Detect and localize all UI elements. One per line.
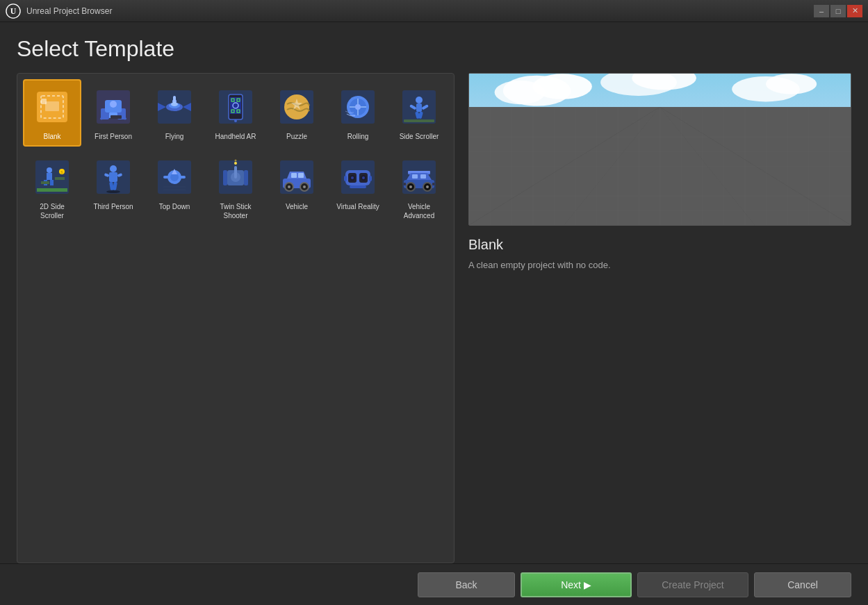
template-icon-2d-side-scroller: $: [30, 155, 74, 199]
svg-rect-83: [291, 173, 297, 178]
svg-rect-97: [344, 176, 347, 181]
template-icon-rolling: [336, 85, 380, 129]
template-icon-side-scroller: [397, 85, 441, 129]
template-item-2d-side-scroller[interactable]: $ 2D Side Scroller: [23, 149, 81, 226]
template-item-flying[interactable]: Flying: [145, 79, 204, 147]
template-grid-container: Blank: [17, 73, 455, 563]
template-label-top-down: Top Down: [159, 202, 190, 211]
template-icon-vehicle: [275, 155, 319, 199]
template-icon-vr: [336, 155, 380, 199]
template-label-handheld-ar: Handheld AR: [215, 132, 256, 141]
svg-point-80: [235, 160, 237, 162]
svg-point-58: [110, 165, 117, 172]
svg-point-119: [766, 74, 817, 94]
close-button[interactable]: ✕: [847, 5, 862, 17]
template-label-flying: Flying: [165, 132, 184, 141]
svg-rect-59: [109, 172, 117, 182]
svg-rect-98: [369, 176, 372, 181]
next-button[interactable]: Next ▶: [521, 572, 632, 597]
template-item-puzzle[interactable]: Puzzle: [268, 79, 326, 147]
template-item-rolling[interactable]: Rolling: [329, 79, 387, 147]
maximize-button[interactable]: □: [830, 5, 846, 17]
template-icon-first-person: [91, 85, 136, 129]
template-label-blank: Blank: [43, 132, 60, 141]
template-label-vr: Virtual Reality: [336, 202, 379, 211]
create-project-button[interactable]: Create Project: [637, 572, 748, 597]
content-area: Blank: [17, 73, 851, 563]
svg-point-79: [234, 162, 237, 165]
template-label-third-person: Third Person: [93, 202, 133, 211]
svg-rect-70: [179, 176, 186, 179]
template-label-first-person: First Person: [95, 132, 132, 141]
svg-rect-46: [404, 119, 434, 122]
template-icon-puzzle: [275, 85, 319, 129]
template-icon-top-down: [152, 155, 197, 199]
svg-rect-41: [416, 103, 422, 112]
preview-panel: Blank A clean empty project with no code…: [468, 73, 851, 563]
svg-text:U: U: [10, 6, 17, 16]
svg-rect-99: [350, 185, 366, 188]
svg-rect-104: [408, 171, 430, 173]
template-item-vehicle[interactable]: Vehicle: [268, 149, 326, 226]
template-item-handheld-ar[interactable]: Handheld AR: [206, 79, 265, 147]
svg-point-20: [171, 102, 178, 106]
svg-rect-84: [298, 173, 304, 178]
template-label-puzzle: Puzzle: [286, 132, 307, 141]
back-button[interactable]: Back: [418, 572, 515, 597]
svg-rect-105: [412, 174, 418, 179]
template-item-twin-stick[interactable]: Twin Stick Shooter: [206, 149, 265, 226]
template-label-rolling: Rolling: [347, 132, 369, 141]
svg-point-38: [355, 104, 361, 110]
title-bar: U Unreal Project Browser – □ ✕: [0, 0, 868, 22]
svg-point-115: [495, 81, 546, 104]
svg-point-10: [110, 101, 117, 108]
cancel-button[interactable]: Cancel: [754, 572, 851, 597]
svg-point-88: [303, 185, 306, 188]
bottom-bar: Back Next ▶ Create Project Cancel: [0, 563, 868, 605]
template-icon-third-person: [91, 155, 136, 199]
window-title: Unreal Project Browser: [26, 6, 112, 16]
template-item-side-scroller[interactable]: Side Scroller: [390, 79, 448, 147]
preview-image: [468, 73, 851, 226]
title-bar-left: U Unreal Project Browser: [6, 3, 112, 19]
template-item-top-down[interactable]: Top Down: [145, 149, 204, 226]
template-icon-handheld-ar: [213, 85, 258, 129]
template-item-blank[interactable]: Blank: [23, 79, 81, 147]
svg-point-48: [47, 167, 52, 173]
template-label-side-scroller: Side Scroller: [400, 132, 439, 141]
preview-title: Blank: [468, 237, 851, 253]
template-item-vr[interactable]: Virtual Reality: [329, 149, 387, 226]
svg-point-29: [234, 119, 237, 122]
svg-rect-12: [110, 115, 122, 119]
svg-rect-52: [37, 188, 67, 192]
ue-logo-icon: U: [6, 3, 21, 19]
template-icon-flying: [152, 85, 197, 129]
template-icon-twin-stick: [213, 155, 258, 199]
template-item-first-person[interactable]: First Person: [84, 79, 142, 147]
minimize-button[interactable]: –: [814, 5, 829, 17]
svg-rect-112: [432, 183, 434, 185]
svg-point-110: [426, 185, 429, 188]
svg-point-87: [288, 185, 290, 188]
svg-rect-106: [420, 174, 426, 179]
svg-rect-78: [244, 170, 248, 185]
svg-rect-49: [47, 173, 52, 180]
template-icon-blank: [30, 85, 74, 129]
template-item-third-person[interactable]: Third Person: [84, 149, 142, 226]
svg-point-40: [416, 97, 423, 103]
template-label-vehicle: Vehicle: [286, 202, 308, 211]
svg-rect-54: [55, 177, 65, 180]
svg-rect-69: [163, 176, 170, 179]
page-title: Select Template: [17, 36, 851, 62]
template-label-vehicle-advanced: Vehicle Advanced: [394, 202, 444, 220]
svg-point-109: [409, 185, 412, 188]
template-label-2d-side-scroller: 2D Side Scroller: [27, 202, 77, 220]
svg-rect-51: [50, 180, 54, 185]
svg-rect-76: [234, 166, 237, 179]
template-label-twin-stick: Twin Stick Shooter: [211, 202, 261, 220]
template-icon-vehicle-advanced: [397, 155, 441, 199]
template-item-vehicle-advanced[interactable]: Vehicle Advanced: [390, 149, 448, 226]
svg-rect-111: [404, 183, 406, 185]
template-grid: Blank: [23, 79, 448, 226]
svg-rect-19: [173, 96, 176, 103]
